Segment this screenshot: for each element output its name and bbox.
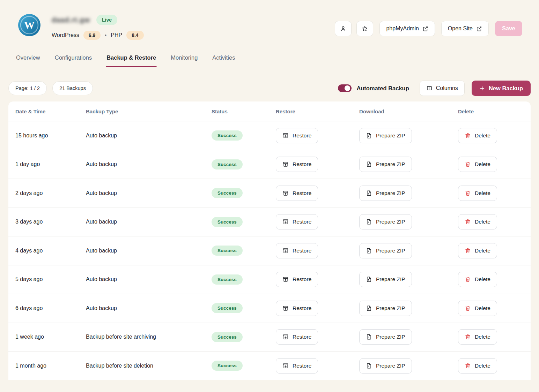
favorite-button[interactable] <box>356 21 373 36</box>
star-icon <box>362 25 368 32</box>
plus-icon <box>479 85 485 91</box>
tab-monitoring[interactable]: Monitoring <box>170 54 198 67</box>
prepare-zip-label: Prepare ZIP <box>376 363 405 369</box>
backup-date: 3 days ago <box>15 219 86 225</box>
svg-text:W: W <box>24 19 35 31</box>
backup-date: 4 days ago <box>15 248 86 254</box>
prepare-zip-label: Prepare ZIP <box>376 161 405 167</box>
tab-configurations[interactable]: Configurations <box>54 54 93 67</box>
delete-label: Delete <box>475 133 490 139</box>
backup-type: Auto backup <box>86 276 212 282</box>
trash-icon <box>465 276 471 282</box>
columns-icon <box>426 85 433 91</box>
new-backup-label: New Backup <box>489 85 523 92</box>
prepare-zip-button[interactable]: Prepare ZIP <box>359 214 412 229</box>
trash-icon <box>465 190 471 196</box>
delete-button[interactable]: Delete <box>458 128 497 143</box>
backup-type: Auto backup <box>86 305 212 311</box>
backup-toolbar: Page: 1 / 2 21 Backups Automated Backup … <box>8 81 531 96</box>
delete-button[interactable]: Delete <box>458 358 497 374</box>
restore-button[interactable]: Restore <box>276 243 318 258</box>
prepare-zip-button[interactable]: Prepare ZIP <box>359 272 412 287</box>
save-button[interactable]: Save <box>495 21 522 36</box>
prepare-zip-button[interactable]: Prepare ZIP <box>359 186 412 201</box>
automated-backup-label: Automated Backup <box>356 85 409 92</box>
restore-button[interactable]: Restore <box>276 157 318 172</box>
tab-backup-restore[interactable]: Backup & Restore <box>106 54 157 67</box>
automated-backup-toggle[interactable] <box>338 84 352 92</box>
zip-file-icon <box>366 334 372 340</box>
table-row: 5 days ago Auto backup Success Restore P… <box>8 265 531 294</box>
users-button[interactable] <box>335 21 352 36</box>
delete-button[interactable]: Delete <box>458 301 497 316</box>
prepare-zip-button[interactable]: Prepare ZIP <box>359 358 412 374</box>
prepare-zip-button[interactable]: Prepare ZIP <box>359 329 412 345</box>
delete-button[interactable]: Delete <box>458 157 497 172</box>
restore-icon <box>282 248 289 254</box>
tab-overview[interactable]: Overview <box>15 54 41 67</box>
status-badge: Success <box>212 332 243 342</box>
prepare-zip-button[interactable]: Prepare ZIP <box>359 301 412 316</box>
tab-activities[interactable]: Activities <box>212 54 236 67</box>
delete-button[interactable]: Delete <box>458 214 497 229</box>
table-row: 3 days ago Auto backup Success Restore P… <box>8 208 531 236</box>
restore-icon <box>282 363 289 369</box>
restore-button[interactable]: Restore <box>276 186 318 201</box>
backup-type: Auto backup <box>86 248 212 254</box>
columns-button[interactable]: Columns <box>420 81 465 96</box>
site-header: W daad.rt.gw Live WordPress 6.9 • PHP 8.… <box>0 0 539 40</box>
zip-file-icon <box>366 276 372 282</box>
prepare-zip-button[interactable]: Prepare ZIP <box>359 243 412 258</box>
restore-button[interactable]: Restore <box>276 358 318 374</box>
backups-table: Date & Time Backup Type Status Restore D… <box>8 101 531 380</box>
new-backup-button[interactable]: New Backup <box>472 81 531 96</box>
restore-button[interactable]: Restore <box>276 272 318 287</box>
tab-bar: Overview Configurations Backup & Restore… <box>0 40 539 67</box>
prepare-zip-button[interactable]: Prepare ZIP <box>359 128 412 143</box>
page-indicator-chip: Page: 1 / 2 <box>8 81 47 95</box>
table-row: 4 days ago Auto backup Success Restore P… <box>8 236 531 265</box>
prepare-zip-label: Prepare ZIP <box>376 190 405 196</box>
open-site-button[interactable]: Open Site <box>441 21 489 36</box>
table-body: 15 hours ago Auto backup Success Restore… <box>8 121 531 380</box>
table-row: 6 days ago Auto backup Success Restore P… <box>8 294 531 323</box>
status-badge: Success <box>212 159 243 169</box>
delete-label: Delete <box>475 334 490 340</box>
backup-date: 6 days ago <box>15 305 86 311</box>
restore-icon <box>282 334 289 340</box>
runtime-version-badge: 8.4 <box>126 31 143 40</box>
delete-label: Delete <box>475 363 490 369</box>
platform-label: WordPress <box>52 32 79 38</box>
column-header-restore: Restore <box>276 108 359 114</box>
backup-date: 5 days ago <box>15 276 86 282</box>
restore-button[interactable]: Restore <box>276 329 318 345</box>
table-row: 1 month ago Backup before site deletion … <box>8 351 531 380</box>
backup-date: 1 day ago <box>15 161 86 167</box>
restore-button[interactable]: Restore <box>276 214 318 229</box>
trash-icon <box>465 161 471 167</box>
backup-date: 15 hours ago <box>15 133 86 139</box>
backup-type: Auto backup <box>86 161 212 167</box>
status-badge: Success <box>212 303 243 313</box>
zip-file-icon <box>366 133 372 139</box>
restore-button[interactable]: Restore <box>276 301 318 316</box>
platform-version-badge: 6.9 <box>83 31 101 40</box>
restore-button[interactable]: Restore <box>276 128 318 143</box>
prepare-zip-label: Prepare ZIP <box>376 276 405 282</box>
delete-button[interactable]: Delete <box>458 272 497 287</box>
runtime-label: PHP <box>111 32 122 38</box>
delete-button[interactable]: Delete <box>458 329 497 345</box>
restore-label: Restore <box>293 305 311 311</box>
backup-date: 1 month ago <box>15 363 86 369</box>
delete-label: Delete <box>475 190 490 196</box>
toggle-knob <box>345 85 350 91</box>
phpmyadmin-button[interactable]: phpMyAdmin <box>379 21 435 36</box>
prepare-zip-button[interactable]: Prepare ZIP <box>359 157 412 172</box>
prepare-zip-label: Prepare ZIP <box>376 133 405 139</box>
delete-button[interactable]: Delete <box>458 186 497 201</box>
zip-file-icon <box>366 363 372 369</box>
trash-icon <box>465 334 471 340</box>
prepare-zip-label: Prepare ZIP <box>376 219 405 225</box>
restore-label: Restore <box>293 248 311 254</box>
delete-button[interactable]: Delete <box>458 243 497 258</box>
